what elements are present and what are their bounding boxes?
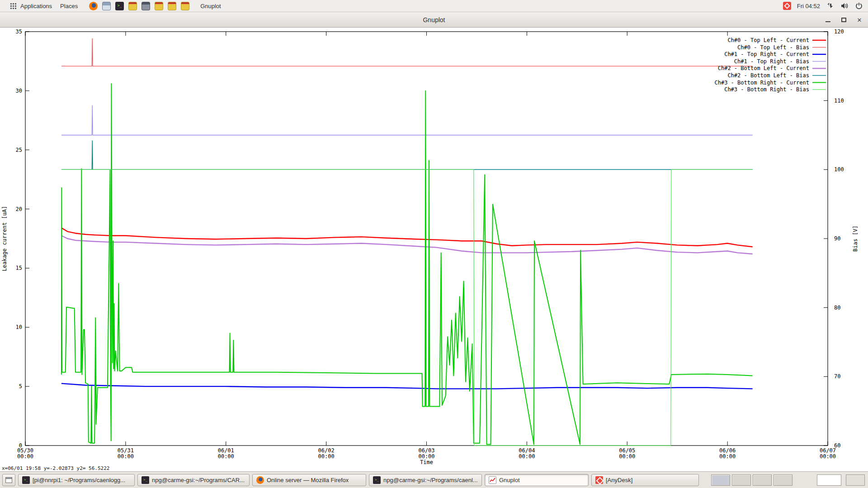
svg-text:Bias [V]: Bias [V] — [852, 225, 859, 252]
svg-text:00:00: 00:00 — [17, 453, 33, 460]
svg-text:Ch#1 - Top Right - Bias: Ch#1 - Top Right - Bias — [734, 58, 809, 65]
file-manager-launcher-icon[interactable] — [102, 2, 111, 10]
anydesk-tray-icon[interactable] — [783, 1, 792, 10]
svg-text:25: 25 — [16, 147, 22, 153]
svg-text:00:00: 00:00 — [619, 453, 635, 460]
applications-menu-label: Applications — [20, 3, 52, 9]
svg-text:00:00: 00:00 — [719, 453, 736, 460]
svg-text:06/01: 06/01 — [218, 447, 234, 454]
applications-menu-icon — [9, 1, 18, 10]
workspace-cell-2[interactable] — [732, 474, 751, 486]
volume-icon[interactable] — [840, 1, 849, 10]
close-button[interactable]: ✕ — [855, 16, 863, 24]
modbus-tool-1-launcher-icon[interactable] — [128, 2, 137, 10]
svg-text:00:00: 00:00 — [519, 453, 535, 460]
svg-text:00:00: 00:00 — [218, 453, 234, 460]
taskbar-button-gnuplot[interactable]: Gnuplot — [485, 474, 589, 486]
top-panel: Applications Places >_ Gnuplot Fri 04:52 — [0, 0, 868, 12]
svg-text:35: 35 — [16, 28, 22, 35]
system-monitor-launcher-icon[interactable] — [142, 2, 150, 10]
svg-text:Ch#0 - Top Left - Current: Ch#0 - Top Left - Current — [727, 37, 809, 43]
svg-text:0: 0 — [19, 442, 22, 449]
svg-text:80: 80 — [834, 305, 840, 311]
firefox-icon — [256, 476, 264, 484]
modbus-tool-3-launcher-icon[interactable] — [168, 2, 176, 10]
svg-text:06/02: 06/02 — [318, 447, 335, 454]
places-menu-label: Places — [60, 3, 78, 9]
svg-text:Ch#3 - Bottom Right - Current: Ch#3 - Bottom Right - Current — [714, 80, 809, 86]
panel-clock[interactable]: Fri 04:52 — [797, 3, 820, 9]
svg-text:5: 5 — [19, 383, 22, 389]
taskbar-button-terminal-npg-1[interactable]: >_ npg@carme-gsi:~/Programs/CAR... — [137, 474, 250, 486]
taskbar-button-firefox[interactable]: Online server — Mozilla Firefox — [252, 474, 366, 486]
gnuplot-icon — [489, 476, 496, 484]
svg-text:00:00: 00:00 — [318, 453, 335, 460]
power-icon[interactable] — [854, 1, 863, 10]
taskbar-button-terminal-npg-2[interactable]: >_ npg@carme-gsi:~/Programs/caenl... — [369, 474, 482, 486]
gnuplot-canvas[interactable]: 05/3000:0005/3100:0006/0100:0006/0200:00… — [0, 28, 868, 471]
svg-text:06/05: 06/05 — [619, 447, 635, 454]
svg-text:Ch#1 - Top Right - Current: Ch#1 - Top Right - Current — [724, 51, 809, 57]
svg-text:30: 30 — [16, 88, 22, 94]
notification-area — [817, 474, 841, 486]
taskbar-button-terminal-pi[interactable]: >_ [pi@nnrpi1: ~/Programs/caenlogg... — [18, 474, 135, 486]
terminal-icon: >_ — [22, 476, 30, 484]
panel-launchers: >_ — [89, 2, 189, 10]
svg-text:60: 60 — [834, 442, 840, 449]
minimize-button[interactable] — [824, 16, 832, 24]
workspace-cell-1[interactable] — [711, 474, 730, 486]
modbus-tool-2-launcher-icon[interactable] — [155, 2, 163, 10]
svg-text:Ch#3 - Bottom Right - Bias: Ch#3 - Bottom Right - Bias — [724, 86, 809, 93]
svg-text:06/07: 06/07 — [820, 447, 836, 454]
workspace-cell-3[interactable] — [753, 474, 772, 486]
restore-button[interactable] — [840, 16, 848, 24]
applications-menu[interactable]: Applications — [5, 0, 56, 12]
taskbar-button-label: npg@carme-gsi:~/Programs/caenl... — [383, 477, 478, 483]
svg-text:Ch#2 - Bottom Left - Bias: Ch#2 - Bottom Left - Bias — [727, 72, 809, 79]
svg-text:120: 120 — [834, 28, 844, 35]
show-desktop-button[interactable] — [2, 474, 15, 486]
svg-text:06/04: 06/04 — [519, 447, 535, 454]
input-indicator-icon[interactable] — [826, 1, 835, 10]
panel-tray: Fri 04:52 — [783, 1, 863, 10]
taskbar-button-anydesk[interactable]: [AnyDesk] — [591, 474, 699, 486]
svg-text:Ch#0 - Top Left - Bias: Ch#0 - Top Left - Bias — [737, 44, 809, 51]
svg-text:00:00: 00:00 — [418, 453, 434, 460]
svg-text:00:00: 00:00 — [118, 453, 134, 460]
panel-applet[interactable] — [846, 474, 865, 486]
workspace-cell-4[interactable] — [774, 474, 793, 486]
panel-active-window-label: Gnuplot — [200, 3, 221, 9]
taskbar-button-label: [AnyDesk] — [606, 477, 632, 483]
terminal-launcher-icon[interactable]: >_ — [115, 2, 124, 10]
svg-text:06/03: 06/03 — [418, 447, 434, 454]
svg-text:05/31: 05/31 — [118, 447, 134, 454]
places-menu[interactable]: Places — [56, 0, 82, 12]
taskbar-button-label: npg@carme-gsi:~/Programs/CAR... — [152, 477, 245, 483]
svg-text:06/06: 06/06 — [719, 447, 736, 454]
window-title: Gnuplot — [0, 12, 868, 28]
svg-text:15: 15 — [16, 265, 22, 271]
window-controls: ✕ — [824, 12, 863, 28]
window-titlebar[interactable]: Gnuplot ✕ — [0, 12, 868, 28]
mouse-coordinate-readout: x=06/01 19:58 y=-2.02873 y2= 56.5222 — [2, 465, 109, 471]
terminal-icon: >_ — [373, 476, 381, 484]
taskbar-button-label: Gnuplot — [499, 477, 520, 483]
svg-text:90: 90 — [834, 235, 840, 242]
taskbar-button-label: [pi@nnrpi1: ~/Programs/caenlogg... — [33, 477, 125, 483]
gnuplot-window-content: 05/3000:0005/3100:0006/0100:0006/0200:00… — [0, 28, 868, 471]
firefox-launcher-icon[interactable] — [89, 2, 98, 10]
desktop: Applications Places >_ Gnuplot Fri 04:52 — [0, 0, 868, 488]
svg-text:10: 10 — [16, 324, 22, 330]
svg-text:70: 70 — [834, 373, 840, 380]
svg-text:100: 100 — [834, 166, 844, 173]
taskbar: >_ [pi@nnrpi1: ~/Programs/caenlogg... >_… — [0, 471, 868, 488]
svg-text:Ch#2 - Bottom Left - Current: Ch#2 - Bottom Left - Current — [718, 65, 809, 71]
anydesk-icon — [595, 476, 603, 484]
svg-text:00:00: 00:00 — [820, 453, 836, 460]
terminal-icon: >_ — [142, 476, 149, 484]
modbus-tool-4-launcher-icon[interactable] — [181, 2, 189, 10]
taskbar-button-label: Online server — Mozilla Firefox — [267, 477, 349, 483]
svg-text:20: 20 — [16, 206, 22, 212]
svg-text:Leakage current [uA]: Leakage current [uA] — [1, 206, 8, 272]
svg-text:Time: Time — [420, 459, 433, 465]
